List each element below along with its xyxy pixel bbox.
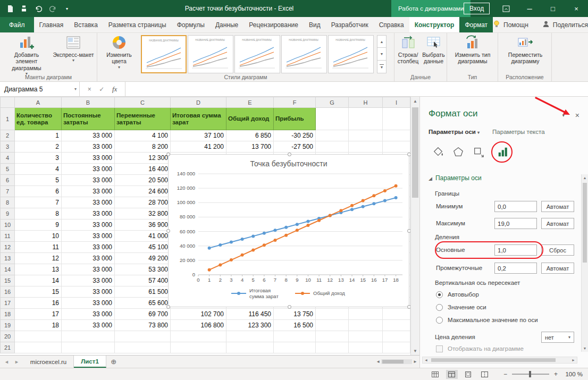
cell[interactable] bbox=[226, 331, 274, 342]
row-header-21[interactable]: 21 bbox=[1, 342, 15, 353]
row-header-1[interactable]: 1 bbox=[1, 108, 15, 130]
grid-vertical-scrollbar[interactable]: ▲ ▼ bbox=[410, 97, 419, 355]
scrollbar-thumb[interactable] bbox=[431, 358, 556, 362]
sheet-nav-left-icon[interactable]: ◄ bbox=[4, 359, 9, 365]
chart-style-thumbnail-4[interactable]: НАЗВАНИЕ ДИАГРАММЫ bbox=[281, 35, 327, 73]
cell[interactable] bbox=[349, 320, 383, 331]
cell[interactable]: Общий доход bbox=[226, 108, 274, 130]
scrollbar-thumb[interactable] bbox=[381, 359, 412, 364]
page-layout-view-button[interactable] bbox=[463, 370, 474, 379]
cell[interactable]: 3 bbox=[15, 153, 62, 164]
cell[interactable]: 5 bbox=[15, 175, 62, 186]
column-header-H[interactable]: H bbox=[349, 97, 383, 108]
cell[interactable] bbox=[316, 130, 349, 141]
cell[interactable]: Количество ед. товара bbox=[15, 108, 62, 130]
column-header-G[interactable]: G bbox=[316, 97, 349, 108]
major-units-reset-button[interactable]: Сброс bbox=[541, 244, 574, 256]
ribbon-tab-10[interactable]: Конструктор bbox=[409, 17, 460, 32]
scrollbar-thumb[interactable] bbox=[583, 183, 587, 263]
insert-function-icon[interactable]: fx bbox=[112, 85, 117, 94]
row-header-3[interactable]: 3 bbox=[1, 141, 15, 153]
cell[interactable]: 17 bbox=[15, 309, 62, 320]
cell[interactable]: 13 bbox=[15, 264, 62, 275]
close-button[interactable]: × bbox=[565, 0, 588, 17]
cell[interactable]: 33 000 bbox=[62, 298, 115, 309]
chart-style-thumbnail-5[interactable]: НАЗВАНИЕ ДИАГРАММЫ bbox=[328, 35, 374, 73]
radio-maximum-axis-value-label[interactable]: Максимальное значение по оси bbox=[448, 317, 538, 323]
cell[interactable] bbox=[171, 331, 226, 342]
cell[interactable]: 16 bbox=[15, 298, 62, 309]
radio-maximum-axis-value[interactable] bbox=[436, 317, 443, 324]
scroll-down-icon[interactable]: ▼ bbox=[582, 345, 588, 352]
scroll-right-icon[interactable]: ► bbox=[570, 357, 577, 363]
cell[interactable] bbox=[316, 309, 349, 320]
cell[interactable] bbox=[349, 331, 383, 342]
cell[interactable]: 33 000 bbox=[62, 219, 115, 231]
cell[interactable]: 32 800 bbox=[115, 208, 171, 219]
gallery-down-icon[interactable]: ▼ bbox=[377, 48, 387, 61]
row-header-12[interactable]: 12 bbox=[1, 242, 15, 253]
cell[interactable]: 41 200 bbox=[171, 141, 226, 153]
gallery-more-icon[interactable]: ▼ bbox=[377, 61, 387, 73]
axis-options-icon[interactable] bbox=[495, 145, 510, 159]
cell[interactable]: 15 bbox=[15, 286, 62, 298]
cell[interactable]: 36 900 bbox=[115, 219, 171, 231]
cell[interactable]: 123 300 bbox=[226, 320, 274, 331]
cell[interactable]: 13 750 bbox=[274, 309, 316, 320]
row-header-7[interactable]: 7 bbox=[1, 186, 15, 197]
radio-automatic[interactable] bbox=[436, 291, 443, 298]
scroll-up-icon[interactable]: ▲ bbox=[582, 174, 588, 181]
zoom-in-icon[interactable]: + bbox=[554, 370, 558, 378]
cell[interactable]: 57 400 bbox=[115, 275, 171, 286]
cell[interactable]: 33 000 bbox=[62, 153, 115, 164]
move-chart-button[interactable]: Переместить диаграмму bbox=[501, 35, 550, 65]
pane-close-icon[interactable]: × bbox=[575, 111, 579, 120]
cell[interactable]: 33 000 bbox=[62, 231, 115, 242]
cell[interactable]: 53 300 bbox=[115, 264, 171, 275]
radio-axis-value[interactable] bbox=[436, 304, 443, 311]
cell[interactable]: 2 bbox=[15, 141, 62, 153]
cell[interactable]: 73 800 bbox=[115, 320, 171, 331]
qat-customize-icon[interactable]: ▾ bbox=[63, 4, 71, 13]
row-header-6[interactable]: 6 bbox=[1, 175, 15, 186]
cell[interactable]: Постоянные затраты bbox=[62, 108, 115, 130]
quick-layout-button[interactable]: Экспресс-макет ▾ bbox=[52, 35, 95, 63]
scrollbar-thumb[interactable] bbox=[412, 107, 418, 198]
cell[interactable]: 33 000 bbox=[62, 208, 115, 219]
row-header-4[interactable]: 4 bbox=[1, 153, 15, 164]
maximize-button[interactable]: □ bbox=[541, 0, 565, 17]
pane-vertical-scrollbar[interactable]: ▲ ▼ bbox=[581, 174, 588, 352]
cell[interactable]: 4 100 bbox=[115, 130, 171, 141]
cell[interactable]: 102 700 bbox=[171, 309, 226, 320]
row-header-16[interactable]: 16 bbox=[1, 286, 15, 298]
minor-units-input[interactable] bbox=[494, 263, 537, 274]
tab-text-options[interactable]: Параметры текста bbox=[492, 129, 544, 135]
ribbon-tab-5[interactable]: Данные bbox=[210, 17, 243, 32]
ribbon-tab-9[interactable]: Справка bbox=[374, 17, 409, 32]
cell[interactable]: 9 bbox=[15, 219, 62, 231]
cell[interactable]: 16 400 bbox=[115, 164, 171, 175]
cell[interactable] bbox=[316, 342, 349, 353]
effects-icon[interactable] bbox=[451, 145, 466, 159]
major-units-input[interactable] bbox=[494, 244, 537, 256]
cell[interactable] bbox=[15, 331, 62, 342]
ribbon-tab-1[interactable]: Главная bbox=[34, 17, 69, 32]
cell[interactable]: 106 800 bbox=[171, 320, 226, 331]
chart-style-thumbnail-1[interactable]: НАЗВАНИЕ ДИАГРАММЫ bbox=[141, 35, 187, 73]
name-box-caret-icon[interactable]: ▾ bbox=[74, 87, 77, 91]
cell[interactable] bbox=[383, 331, 410, 342]
cell[interactable]: 33 000 bbox=[62, 286, 115, 298]
radio-automatic-label[interactable]: Автовыбор bbox=[448, 291, 479, 298]
cell[interactable] bbox=[316, 331, 349, 342]
radio-axis-value-label[interactable]: Значение оси bbox=[448, 304, 486, 310]
assistant-label[interactable]: Помощн bbox=[503, 21, 528, 29]
cell[interactable]: 33 000 bbox=[62, 253, 115, 264]
gallery-up-icon[interactable]: ▲ bbox=[377, 35, 387, 48]
cell[interactable]: 1 bbox=[15, 130, 62, 141]
cell[interactable]: 12 bbox=[15, 253, 62, 264]
chart-handle[interactable] bbox=[166, 153, 170, 156]
column-header-F[interactable]: F bbox=[274, 97, 316, 108]
minimum-input[interactable] bbox=[494, 201, 537, 212]
pane-horizontal-scrollbar[interactable]: ◄ ► bbox=[422, 357, 577, 364]
cell[interactable]: 4 bbox=[15, 164, 62, 175]
